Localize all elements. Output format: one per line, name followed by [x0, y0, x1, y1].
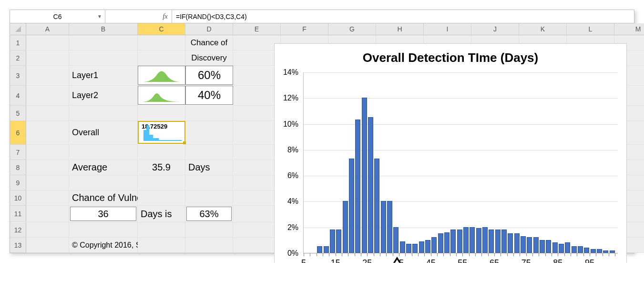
formula-input[interactable] — [172, 10, 634, 23]
cell-D8[interactable]: Days — [185, 160, 233, 175]
cell-A2[interactable] — [26, 50, 69, 66]
cell-E4[interactable] — [233, 86, 281, 106]
cell-A10[interactable] — [26, 190, 69, 206]
cell-E11[interactable] — [233, 206, 281, 222]
cell-C12[interactable] — [138, 222, 185, 238]
row-header-6[interactable]: 6 — [10, 121, 26, 145]
cell-B3[interactable]: Layer1 — [69, 66, 138, 86]
row-header-2[interactable]: 2 — [10, 50, 26, 66]
cell-D6[interactable] — [185, 121, 233, 145]
cell-A1[interactable] — [26, 35, 69, 50]
chart-bar — [374, 159, 379, 253]
cell-B13[interactable]: © Copyright 2016, Sam L. Savage — [69, 238, 138, 253]
cell-E1[interactable] — [233, 35, 281, 50]
col-header-G[interactable]: G — [328, 23, 376, 35]
row-header-3[interactable]: 3 — [10, 66, 26, 86]
cell-E5[interactable] — [233, 106, 281, 121]
cell-B1[interactable] — [69, 35, 138, 50]
cell-B2[interactable] — [69, 50, 138, 66]
cell-E10[interactable] — [233, 190, 281, 206]
cell-C10[interactable] — [138, 190, 185, 206]
cell-B8[interactable]: Average — [69, 160, 138, 175]
cell-C3-distribution[interactable] — [138, 66, 185, 85]
select-all-corner[interactable] — [10, 23, 26, 35]
embedded-chart[interactable]: Overall Detection TIme (Days) 0%2%4%6%8%… — [274, 43, 627, 263]
row-header-10[interactable]: 10 — [10, 190, 26, 206]
col-header-B[interactable]: B — [69, 23, 138, 35]
cell-B10[interactable]: Chance of Vulnerability < — [69, 190, 138, 206]
cell-E13[interactable] — [233, 238, 281, 253]
col-header-D[interactable]: D — [185, 23, 233, 35]
cell-D11[interactable]: 63% — [185, 206, 233, 222]
cell-B7[interactable] — [69, 145, 138, 160]
cell-A11[interactable] — [26, 206, 69, 222]
col-header-E[interactable]: E — [233, 23, 281, 35]
col-header-H[interactable]: H — [376, 23, 424, 35]
cell-A5[interactable] — [26, 106, 69, 121]
cell-C1[interactable] — [138, 35, 185, 50]
col-header-M[interactable]: M — [614, 23, 644, 35]
cell-C8[interactable]: 35.9 — [138, 160, 185, 175]
cell-A9[interactable] — [26, 175, 69, 190]
cell-D3[interactable]: 60% — [185, 66, 233, 85]
dropdown-icon[interactable]: ▼ — [97, 14, 102, 19]
col-header-J[interactable]: J — [471, 23, 519, 35]
cell-D10[interactable] — [185, 190, 233, 206]
cell-E9[interactable] — [233, 175, 281, 190]
cell-E12[interactable] — [233, 222, 281, 238]
cell-E2[interactable] — [233, 50, 281, 66]
cell-D5[interactable] — [185, 106, 233, 121]
cell-C2[interactable] — [138, 50, 185, 66]
col-header-K[interactable]: K — [519, 23, 567, 35]
cell-E7[interactable] — [233, 145, 281, 160]
fx-label[interactable]: fx — [105, 10, 172, 23]
cell-B5[interactable] — [69, 106, 138, 121]
name-box[interactable]: C6 ▼ — [10, 10, 105, 23]
row-header-12[interactable]: 12 — [10, 222, 26, 238]
row-header-9[interactable]: 9 — [10, 175, 26, 190]
cell-B9[interactable] — [69, 175, 138, 190]
cell-D4[interactable]: 40% — [185, 86, 233, 105]
cell-D1[interactable]: Chance of — [185, 35, 233, 50]
cell-A7[interactable] — [26, 145, 69, 160]
cell-A6[interactable] — [26, 121, 69, 145]
cell-D2[interactable]: Discovery — [185, 50, 233, 66]
row-header-5[interactable]: 5 — [10, 106, 26, 121]
cell-B4[interactable]: Layer2 — [69, 86, 138, 106]
cell-D9[interactable] — [185, 175, 233, 190]
fill-handle[interactable] — [183, 141, 186, 144]
row-header-11[interactable]: 11 — [10, 206, 26, 222]
row-header-4[interactable]: 4 — [10, 86, 26, 106]
cell-D7[interactable] — [185, 145, 233, 160]
cell-C5[interactable] — [138, 106, 185, 121]
col-header-A[interactable]: A — [26, 23, 69, 35]
cell-A4[interactable] — [26, 86, 69, 106]
cell-C13[interactable] — [138, 238, 185, 253]
cell-B12[interactable] — [69, 222, 138, 238]
cell-A12[interactable] — [26, 222, 69, 238]
cell-C9[interactable] — [138, 175, 185, 190]
cell-C7[interactable] — [138, 145, 185, 160]
cell-E6[interactable] — [233, 121, 281, 145]
row-header-7[interactable]: 7 — [10, 145, 26, 160]
cell-A3[interactable] — [26, 66, 69, 86]
cell-C11[interactable]: Days is — [138, 206, 185, 222]
days-input[interactable]: 36 — [70, 207, 136, 221]
cell-B6[interactable]: Overall — [69, 121, 138, 145]
cell-E8[interactable] — [233, 160, 281, 175]
col-header-C[interactable]: C — [138, 23, 185, 35]
cell-C6-selected[interactable]: 18.72529 — [138, 121, 185, 144]
cell-D12[interactable] — [185, 222, 233, 238]
col-header-I[interactable]: I — [424, 23, 471, 35]
cell-D13[interactable] — [185, 238, 233, 253]
col-header-F[interactable]: F — [281, 23, 328, 35]
row-header-8[interactable]: 8 — [10, 160, 26, 175]
cell-A8[interactable] — [26, 160, 69, 175]
cell-A13[interactable] — [26, 238, 69, 253]
row-header-13[interactable]: 13 — [10, 238, 26, 253]
cell-E3[interactable] — [233, 66, 281, 86]
cell-B11[interactable]: 36 — [69, 206, 138, 222]
row-header-1[interactable]: 1 — [10, 35, 26, 50]
col-header-L[interactable]: L — [567, 23, 614, 35]
cell-C4-distribution[interactable] — [138, 86, 185, 105]
